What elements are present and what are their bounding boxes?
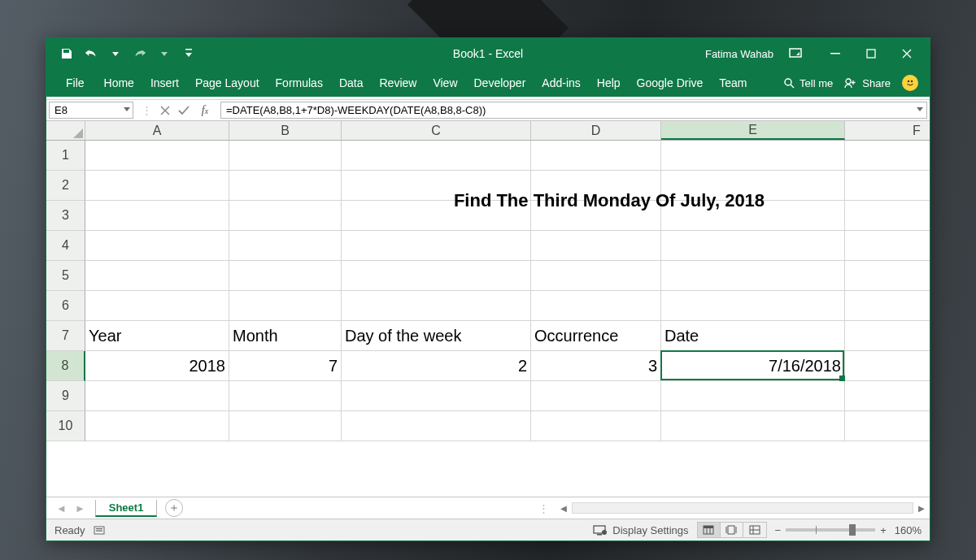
page-layout-view-button[interactable] — [721, 523, 743, 537]
worksheet-grid[interactable]: ABCDEF 12345678910 Find The Third Monday… — [46, 121, 930, 497]
column-header-B[interactable]: B — [229, 121, 342, 140]
zoom-out-button[interactable]: − — [775, 524, 782, 536]
tab-google-drive[interactable]: Google Drive — [629, 69, 712, 97]
sheet-nav-prev-icon[interactable]: ◄ — [56, 502, 67, 514]
more-icon[interactable]: ⋮ — [142, 104, 152, 116]
zoom-in-button[interactable]: + — [880, 524, 887, 536]
cell-F8[interactable] — [845, 351, 930, 381]
column-header-A[interactable]: A — [85, 121, 229, 140]
row-header-9[interactable]: 9 — [46, 381, 85, 411]
tab-developer[interactable]: Developer — [466, 69, 534, 97]
cell-D8[interactable]: 3 — [531, 351, 661, 381]
column-header-E[interactable]: E — [661, 121, 845, 140]
row-header-10[interactable]: 10 — [46, 411, 85, 441]
cell-C7[interactable]: Day of the week — [342, 321, 531, 351]
cell-B5[interactable] — [229, 261, 342, 291]
normal-view-button[interactable] — [698, 523, 721, 537]
zoom-percent[interactable]: 160% — [895, 524, 922, 536]
tab-home[interactable]: Home — [96, 69, 142, 97]
sheet-nav-next-icon[interactable]: ► — [75, 502, 85, 514]
cell-B6[interactable] — [229, 291, 342, 321]
cell-C6[interactable] — [342, 291, 531, 321]
cell-E7[interactable]: Date — [661, 321, 845, 351]
cell-A10[interactable] — [85, 411, 229, 441]
cell-A7[interactable]: Year — [85, 321, 229, 351]
cell-F5[interactable] — [845, 261, 930, 291]
enter-formula-icon[interactable] — [178, 106, 190, 115]
tab-help[interactable]: Help — [589, 69, 629, 97]
cell-E10[interactable] — [661, 411, 845, 441]
formula-input[interactable]: =DATE(A8,B8,1+7*D8)-WEEKDAY(DATE(A8,B8,8… — [220, 102, 927, 119]
cell-A3[interactable] — [85, 201, 229, 231]
cell-D5[interactable] — [531, 261, 661, 291]
name-box[interactable]: E8 — [49, 102, 133, 119]
undo-dropdown-icon[interactable] — [108, 46, 123, 61]
tab-file[interactable]: File — [54, 69, 96, 97]
column-header-C[interactable]: C — [342, 121, 531, 140]
tell-me-search[interactable]: Tell me — [783, 77, 833, 89]
tab-view[interactable]: View — [425, 69, 465, 97]
merged-title-cell[interactable]: Find The Third Monday Of July, 2018 — [229, 171, 930, 231]
macro-record-icon[interactable] — [94, 524, 107, 536]
row-header-3[interactable]: 3 — [46, 201, 85, 231]
ribbon-display-options-icon[interactable] — [788, 46, 803, 61]
cell-F1[interactable] — [845, 141, 930, 171]
cell-C1[interactable] — [342, 141, 531, 171]
insert-function-icon[interactable]: fx — [198, 104, 212, 117]
tab-team[interactable]: Team — [711, 69, 755, 97]
row-header-2[interactable]: 2 — [46, 171, 85, 201]
cell-F4[interactable] — [845, 231, 930, 261]
cell-D7[interactable]: Occurrence — [531, 321, 661, 351]
select-all-corner[interactable] — [46, 121, 85, 141]
row-header-8[interactable]: 8 — [46, 351, 85, 381]
cell-A2[interactable] — [85, 171, 229, 201]
cell-D9[interactable] — [531, 381, 661, 411]
cell-area[interactable]: Find The Third Monday Of July, 2018 Year… — [85, 141, 930, 497]
cell-E8[interactable]: 7/16/2018 — [661, 351, 845, 381]
cell-B1[interactable] — [229, 141, 342, 171]
tab-data[interactable]: Data — [331, 69, 372, 97]
cell-F6[interactable] — [845, 291, 930, 321]
tab-formulas[interactable]: Formulas — [268, 69, 331, 97]
name-box-dropdown-icon[interactable] — [123, 105, 131, 113]
row-header-4[interactable]: 4 — [46, 231, 85, 261]
horizontal-scrollbar[interactable]: ⋮ ◄ ► — [538, 501, 930, 514]
cell-E5[interactable] — [661, 261, 845, 291]
cell-C8[interactable]: 2 — [342, 351, 531, 381]
cell-B8[interactable]: 7 — [229, 351, 342, 381]
cell-A4[interactable] — [85, 231, 229, 261]
row-header-5[interactable]: 5 — [46, 261, 85, 291]
zoom-slider[interactable]: − + — [775, 524, 887, 536]
tab-review[interactable]: Review — [372, 69, 425, 97]
save-icon[interactable] — [59, 46, 74, 61]
cell-B7[interactable]: Month — [229, 321, 342, 351]
new-sheet-button[interactable]: ＋ — [165, 499, 183, 517]
cell-B4[interactable] — [229, 231, 342, 261]
cell-C5[interactable] — [342, 261, 531, 291]
tab-add-ins[interactable]: Add-ins — [534, 69, 588, 97]
cell-E1[interactable] — [661, 141, 845, 171]
column-headers[interactable]: ABCDEF — [85, 121, 930, 141]
tab-insert[interactable]: Insert — [142, 69, 187, 97]
account-name[interactable]: Fatima Wahab — [705, 48, 773, 60]
cell-E6[interactable] — [661, 291, 845, 321]
row-header-7[interactable]: 7 — [46, 321, 85, 351]
cell-C10[interactable] — [342, 411, 531, 441]
cell-E4[interactable] — [661, 231, 845, 261]
close-button[interactable] — [889, 38, 925, 69]
cell-C4[interactable] — [342, 231, 531, 261]
feedback-smiley-icon[interactable] — [902, 75, 918, 91]
row-header-6[interactable]: 6 — [46, 291, 85, 321]
cell-D4[interactable] — [531, 231, 661, 261]
cell-B9[interactable] — [229, 381, 342, 411]
redo-dropdown-icon[interactable] — [157, 46, 172, 61]
tab-page-layout[interactable]: Page Layout — [187, 69, 268, 97]
undo-icon[interactable] — [84, 46, 98, 61]
row-headers[interactable]: 12345678910 — [46, 141, 85, 497]
tab-split-handle-icon[interactable]: ⋮ — [538, 502, 556, 514]
cell-F10[interactable] — [845, 411, 930, 441]
cell-A1[interactable] — [85, 141, 229, 171]
sheet-tab-active[interactable]: Sheet1 — [95, 500, 158, 517]
page-break-view-button[interactable] — [743, 523, 766, 537]
qat-customize-icon[interactable] — [181, 46, 196, 61]
